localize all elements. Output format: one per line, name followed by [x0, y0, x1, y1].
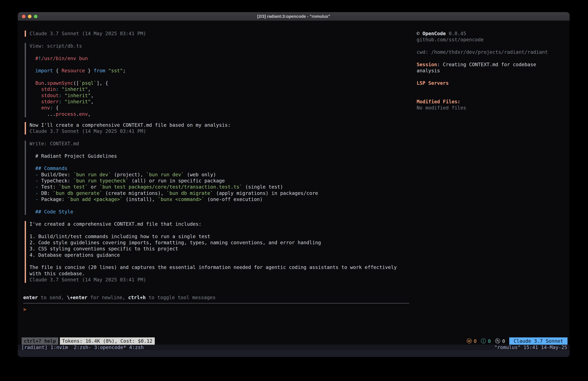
- prompt-caret: >: [23, 307, 26, 312]
- session-sidebar: © OpenCode 0.0.45github.com/sst/opencode…: [417, 30, 568, 111]
- text-line: I've created a comprehensive CONTEXT.md …: [30, 221, 397, 227]
- hint-count: 0: [502, 338, 505, 344]
- assistant-message-header: Claude 3.7 Sonnet (14 May 2025 03:41 PM): [25, 30, 146, 37]
- text-line: [30, 227, 397, 233]
- text-line: - TypeCheck: `bun run typecheck` (all) o…: [30, 178, 318, 184]
- text-line: - Package: `bun add <package>` (install)…: [30, 196, 318, 202]
- text-line: # Radiant Project Guidelines: [30, 153, 318, 159]
- window-title: [2/3] radiant:3:opencode - "romulus": [257, 14, 330, 19]
- hint-icon: ⓗ: [495, 337, 500, 345]
- text-line: enter to send, \+enter for newline, ctrl…: [23, 294, 216, 301]
- text-line: [30, 147, 318, 153]
- tool-accent-bar: [25, 43, 26, 117]
- text-line: Session: Creating CONTEXT.md for codebas…: [417, 62, 568, 68]
- message-accent-bar: [25, 122, 26, 134]
- text-line: Bun.spawnSync([`psql`], {: [30, 80, 126, 86]
- assistant-message-block: Now I'll create a comprehensive CONTEXT.…: [25, 122, 231, 134]
- text-line: github.com/sst/opencode: [417, 37, 568, 43]
- text-line: [30, 49, 126, 55]
- text-line: No modified files: [417, 105, 568, 111]
- tmux-session-info: "romulus" 15:41 14-May-25: [494, 345, 570, 350]
- status-bar-right: ⓦ 0 ⓘ 0 ⓗ 0 Claude 3.7 Sonnet: [467, 337, 567, 345]
- text-line: ## Code Style: [30, 209, 318, 215]
- text-line: [30, 62, 126, 68]
- text-line: Claude 3.7 Sonnet (14 May 2025 03:41 PM): [30, 128, 231, 134]
- text-line: © OpenCode 0.0.45: [417, 30, 568, 37]
- keybind-hint: enter to send, \+enter for newline, ctrl…: [23, 294, 216, 301]
- diagnostics-hints: ⓗ 0: [495, 337, 505, 345]
- text-line: [30, 74, 126, 80]
- tool-call-write-block: Write: CONTEXT.md # Radiant Project Guid…: [25, 141, 318, 215]
- text-line: stdin: "inherit",: [30, 86, 126, 92]
- text-line: stderr: "inherit",: [30, 99, 126, 105]
- model-badge[interactable]: Claude 3.7 Sonnet: [509, 337, 567, 345]
- input-divider: [23, 303, 409, 304]
- diagnostics-info: ⓘ 0: [481, 337, 491, 345]
- text-line: with this codebase.: [30, 270, 397, 277]
- text-line: 2. Code style guidelines covering import…: [30, 240, 397, 246]
- text-line: ## Commands: [30, 165, 318, 171]
- text-line: - Test: `bun test` or `bun test packages…: [30, 184, 318, 190]
- text-line: Now I'll create a comprehensive CONTEXT.…: [30, 122, 231, 128]
- text-line: 4. Database operations guidance: [30, 252, 397, 258]
- text-line: analysis: [417, 68, 568, 74]
- warning-count: 0: [474, 338, 477, 344]
- minimize-button[interactable]: [28, 15, 31, 18]
- text-line: [30, 159, 318, 165]
- text-line: [417, 92, 568, 98]
- text-line: env: {: [30, 105, 126, 111]
- terminal-window: [2/3] radiant:3:opencode - "romulus" Cla…: [18, 12, 570, 357]
- help-badge[interactable]: ctrl+? help: [22, 337, 58, 345]
- status-bar-left: ctrl+? help Tokens: 16.4K (8%), Cost: $0…: [22, 337, 155, 345]
- text-line: 3. CSS styling conventions specific to t…: [30, 246, 397, 252]
- close-button[interactable]: [22, 15, 25, 18]
- text-line: import { Resource } from "sst";: [30, 68, 126, 74]
- message-lines: Now I'll create a comprehensive CONTEXT.…: [26, 122, 231, 134]
- prompt-input[interactable]: >: [23, 306, 26, 313]
- message-accent-bar: [25, 30, 26, 37]
- tmux-window-list[interactable]: [radiant] 1:nvim 2:zsh- 3:opencode* 4:zs…: [18, 345, 144, 350]
- text-line: View: script/db.ts: [30, 43, 126, 49]
- warning-icon: ⓦ: [467, 337, 472, 345]
- text-line: [417, 74, 568, 80]
- text-line: ...process.env,: [30, 111, 126, 117]
- text-line: LSP Servers: [417, 80, 568, 86]
- text-line: - DB: `bun db generate` (create migratio…: [30, 190, 318, 196]
- info-count: 0: [488, 338, 491, 344]
- text-line: - Build/Dev: `bun run dev` (project), `b…: [30, 172, 318, 178]
- tool-call-view-block: View: script/db.ts #!/usr/bin/env bun im…: [25, 43, 126, 117]
- text-line: [417, 55, 568, 61]
- message-lines: I've created a comprehensive CONTEXT.md …: [26, 221, 397, 283]
- code-lines: View: script/db.ts #!/usr/bin/env bun im…: [26, 43, 126, 117]
- traffic-lights: [22, 12, 38, 21]
- text-line: #!/usr/bin/env bun: [30, 55, 126, 62]
- text-line: Write: CONTEXT.md: [30, 141, 318, 147]
- text-line: Modified Files:: [417, 99, 568, 105]
- text-line: [30, 258, 397, 264]
- message-accent-bar: [25, 221, 26, 283]
- message-lines: Claude 3.7 Sonnet (14 May 2025 03:41 PM): [26, 30, 146, 37]
- diagnostics-warnings: ⓦ 0: [467, 337, 477, 345]
- info-icon: ⓘ: [481, 337, 486, 345]
- text-line: cwd: /home/thdxr/dev/projects/radiant/ra…: [417, 49, 568, 55]
- text-line: [30, 202, 318, 209]
- markdown-lines: Write: CONTEXT.md # Radiant Project Guid…: [26, 141, 318, 215]
- text-line: stdout: "inherit",: [30, 92, 126, 99]
- text-line: [417, 86, 568, 92]
- assistant-message-block: I've created a comprehensive CONTEXT.md …: [25, 221, 397, 283]
- fullscreen-button[interactable]: [34, 15, 38, 18]
- text-line: The file is concise (20 lines) and captu…: [30, 264, 397, 270]
- tokens-cost-badge: Tokens: 16.4K (8%), Cost: $0.12: [60, 337, 155, 345]
- tmux-status-bar: [radiant] 1:nvim 2:zsh- 3:opencode* 4:zs…: [18, 345, 570, 350]
- text-line: Claude 3.7 Sonnet (14 May 2025 03:41 PM): [30, 277, 397, 283]
- text-line: 1. Build/lint/test commands including ho…: [30, 233, 397, 240]
- text-line: Claude 3.7 Sonnet (14 May 2025 03:41 PM): [30, 30, 146, 37]
- text-line: [417, 43, 568, 49]
- tool-accent-bar: [25, 141, 26, 215]
- window-titlebar[interactable]: [2/3] radiant:3:opencode - "romulus": [18, 12, 570, 21]
